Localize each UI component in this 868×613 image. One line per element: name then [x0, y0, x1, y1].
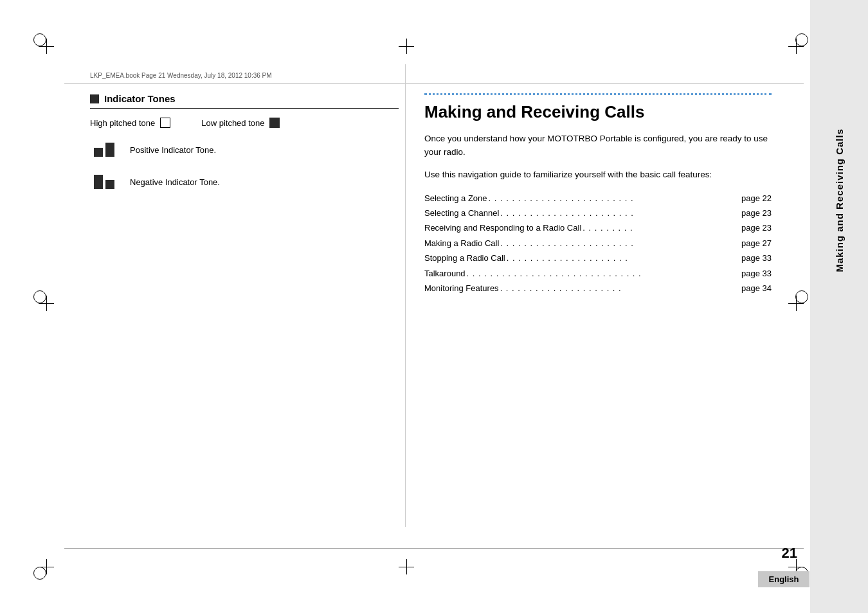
- intro-para1: Once you understand how your MOTOTRBO Po…: [424, 132, 772, 159]
- nav-item-stopping: Stopping a Radio Call . . . . . . . . . …: [424, 251, 772, 265]
- nav-item-receive: Receiving and Responding to a Radio Call…: [424, 220, 772, 235]
- positive-bars: [94, 143, 114, 157]
- sidebar-label: Making and Receiving Calls: [834, 129, 845, 272]
- title-square-icon: [90, 94, 99, 103]
- nav-zone-label: Selecting a Zone: [424, 191, 487, 206]
- nav-item-zone: Selecting a Zone . . . . . . . . . . . .…: [424, 191, 772, 206]
- page-number: 21: [782, 545, 797, 562]
- intro-para2: Use this navigation guide to familiarize…: [424, 168, 772, 182]
- language-tab: English: [758, 571, 809, 587]
- nav-making-label: Making a Radio Call: [424, 236, 499, 251]
- dotted-top-border: [424, 93, 772, 95]
- bar-tall: [105, 143, 114, 157]
- nav-item-monitoring: Monitoring Features . . . . . . . . . . …: [424, 281, 772, 296]
- high-pitched-icon: [160, 118, 170, 128]
- negative-indicator-desc: Negative Indicator Tone.: [130, 177, 220, 187]
- nav-talkaround-page: page 33: [741, 266, 772, 281]
- section-title-text: Indicator Tones: [104, 93, 176, 104]
- nav-receive-dots: . . . . . . . . .: [581, 220, 741, 235]
- nav-receive-page: page 23: [741, 220, 772, 235]
- nav-monitoring-label: Monitoring Features: [424, 281, 499, 296]
- crosshair-tr: [788, 39, 804, 54]
- bar-short: [94, 148, 103, 157]
- nav-monitoring-page: page 34: [741, 281, 772, 296]
- nav-making-dots: . . . . . . . . . . . . . . . . . . . . …: [499, 236, 741, 251]
- divider-top: [64, 84, 804, 84]
- tone-legend-row: High pitched tone Low pitched tone: [90, 118, 399, 128]
- crosshair-tmid: [399, 39, 414, 54]
- crosshair-bl: [39, 559, 54, 574]
- crosshair-bmid: [399, 559, 414, 574]
- negative-indicator-row: Negative Indicator Tone.: [90, 173, 399, 191]
- section-title-row: Indicator Tones: [90, 93, 399, 109]
- nav-channel-dots: . . . . . . . . . . . . . . . . . . . . …: [499, 206, 741, 220]
- nav-receive-label: Receiving and Responding to a Radio Call: [424, 220, 581, 235]
- nav-stopping-dots: . . . . . . . . . . . . . . . . . . . . …: [505, 251, 741, 265]
- left-panel: Indicator Tones High pitched tone Low pi…: [90, 93, 399, 205]
- crosshair-ml: [39, 296, 54, 311]
- neg-bar-short: [105, 180, 114, 189]
- low-pitched-icon: [269, 118, 280, 128]
- main-title: Making and Receiving Calls: [424, 103, 772, 122]
- nav-stopping-page: page 33: [741, 251, 772, 265]
- nav-stopping-label: Stopping a Radio Call: [424, 251, 505, 265]
- neg-bar-tall: [94, 175, 103, 189]
- sidebar-right: Making and Receiving Calls: [810, 0, 868, 613]
- nav-channel-page: page 23: [741, 206, 772, 220]
- nav-talkaround-label: Talkaround: [424, 266, 466, 281]
- low-pitched-label: Low pitched tone: [201, 118, 264, 128]
- nav-item-channel: Selecting a Channel . . . . . . . . . . …: [424, 206, 772, 220]
- nav-talkaround-dots: . . . . . . . . . . . . . . . . . . . . …: [466, 266, 741, 281]
- negative-tone-icon: [90, 173, 118, 191]
- high-pitched-label: High pitched tone: [90, 118, 155, 128]
- nav-item-talkaround: Talkaround . . . . . . . . . . . . . . .…: [424, 266, 772, 281]
- file-info: LKP_EMEA.book Page 21 Wednesday, July 18…: [90, 72, 272, 79]
- nav-list: Selecting a Zone . . . . . . . . . . . .…: [424, 191, 772, 296]
- crosshair-mr: [788, 296, 804, 311]
- nav-making-page: page 27: [741, 236, 772, 251]
- nav-monitoring-dots: . . . . . . . . . . . . . . . . . . . . …: [499, 281, 741, 296]
- nav-channel-label: Selecting a Channel: [424, 206, 499, 220]
- negative-bars: [94, 175, 114, 189]
- nav-item-making: Making a Radio Call . . . . . . . . . . …: [424, 236, 772, 251]
- divider-bottom: [64, 548, 804, 549]
- right-panel: Making and Receiving Calls Once you unde…: [424, 93, 772, 296]
- positive-indicator-row: Positive Indicator Tone.: [90, 141, 399, 159]
- divider-vertical: [405, 64, 406, 527]
- nav-zone-page: page 22: [741, 191, 772, 206]
- positive-indicator-desc: Positive Indicator Tone.: [130, 145, 216, 155]
- crosshair-tl: [39, 39, 54, 54]
- positive-tone-icon: [90, 141, 118, 159]
- nav-zone-dots: . . . . . . . . . . . . . . . . . . . . …: [487, 191, 741, 206]
